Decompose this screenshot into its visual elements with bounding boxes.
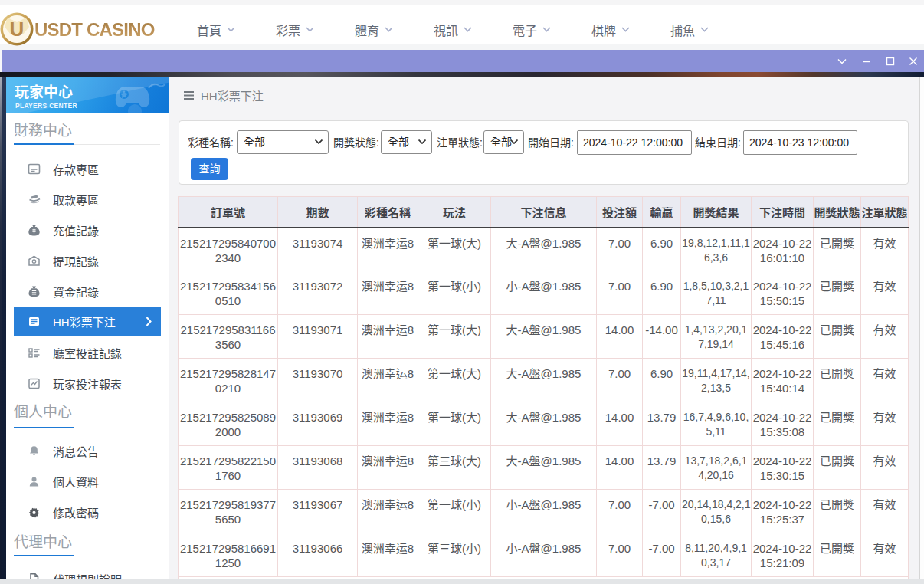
svg-text:U: U bbox=[10, 18, 25, 41]
